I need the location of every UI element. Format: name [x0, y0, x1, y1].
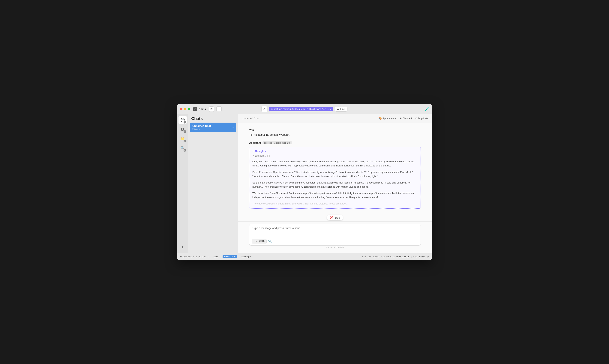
power-user-badge[interactable]: Power User: [223, 255, 237, 258]
sidebar-item-chat[interactable]: 💬 1: [178, 116, 187, 124]
settings-gear-button[interactable]: ⚙: [261, 106, 267, 112]
fullscreen-button[interactable]: [188, 108, 190, 110]
beaker-button[interactable]: 🧪: [425, 107, 429, 111]
app-version: LM Studio 0.3.9 (Build 6): [183, 256, 206, 258]
titlebar: □ Chats ⊡ + ⚙ lmstudio-community/DeepSee…: [177, 104, 432, 114]
close-button[interactable]: [180, 108, 183, 110]
model-badge: deepseek-r1-distill-qwen-14b: [263, 141, 292, 144]
appearance-label: Appearance: [383, 117, 396, 120]
chevron-down-icon: ▾: [252, 155, 254, 157]
model-selector[interactable]: lmstudio-community/DeepSeek-R1-Distill-Q…: [269, 107, 333, 111]
chat-item-name: Unnamed Chat: [192, 124, 211, 128]
chat-item-tokens: 0 tokens: [192, 128, 211, 130]
chats-title: Chats: [191, 116, 203, 121]
titlebar-center: ⚙ lmstudio-community/DeepSeek-R1-Distill…: [261, 106, 347, 112]
duplicate-button[interactable]: ⧉ Duplicate: [415, 117, 428, 120]
stop-icon: [330, 216, 333, 219]
model-dot: [271, 108, 273, 110]
sidebar: 💬 1 🖼 2 📁 3 🔍 4: [177, 114, 238, 253]
app-icon: □: [193, 107, 197, 111]
content-header-title: Unnamed Chat: [242, 117, 259, 120]
thoughts-header: ▾ Thoughts: [252, 150, 418, 153]
assistant-header: Assistant deepseek-r1-distill-qwen-14b: [249, 141, 421, 144]
clear-all-button[interactable]: ⊗ Clear All: [399, 117, 411, 120]
stop-label: Stop: [334, 216, 340, 219]
new-chat-button[interactable]: +: [216, 106, 222, 112]
thought-paragraph-3: So the main goal of OpenAI must be relat…: [252, 181, 418, 189]
thinking-spinner: [267, 155, 270, 157]
thoughts-chevron-icon[interactable]: ▾: [252, 150, 253, 153]
statusbar-app: ✦ LM Studio 0.3.9 (Build 6): [180, 255, 206, 258]
titlebar-actions: ⊡ +: [209, 106, 222, 112]
image-badge: 2: [184, 130, 186, 133]
role-button[interactable]: User (⌘U): [252, 239, 267, 244]
sidebar-inner: 💬 1 🖼 2 📁 3 🔍 4: [177, 114, 238, 253]
icon-rail: 💬 1 🖼 2 📁 3 🔍 4: [177, 114, 188, 253]
new-folder-button[interactable]: ⊡: [209, 106, 214, 112]
minimize-button[interactable]: [184, 108, 186, 110]
appearance-icon: 🎨: [379, 117, 382, 120]
search-badge: 4: [184, 149, 186, 152]
chat-item-more-button[interactable]: •••: [230, 126, 234, 129]
main-area: 💬 1 🖼 2 📁 3 🔍 4: [177, 114, 432, 253]
stop-button-area: Stop: [249, 213, 421, 221]
model-name-label: lmstudio-community/DeepSeek-R1-Distill-Q…: [274, 108, 329, 110]
ram-value: RAM: 9.25 GB: [396, 256, 410, 258]
model-chevron-icon: ▾: [330, 108, 331, 110]
sidebar-item-folder[interactable]: 📁 3: [178, 135, 187, 143]
sidebar-item-search[interactable]: 🔍 4: [178, 144, 187, 152]
chat-item-info: Unnamed Chat 0 tokens: [192, 124, 211, 130]
chat-list-header: Chats: [188, 114, 238, 123]
clear-all-label: Clear All: [403, 117, 411, 120]
folder-badge: 3: [184, 140, 186, 142]
download-button[interactable]: ⬇: [178, 243, 187, 251]
traffic-lights: [180, 108, 190, 110]
cpu-value: CPU: 2.40 %: [413, 256, 425, 258]
thinking-label: ▾ Thinking...: [252, 155, 418, 157]
thoughts-box: ▾ Thoughts ▾ Thinking... Okay, so I need…: [249, 147, 421, 209]
role-shortcut: (⌘U): [259, 240, 265, 243]
resource-divider: |: [411, 256, 412, 258]
user-message-content: Tell me about the company OpenAI: [249, 133, 421, 137]
eject-icon: ⏏: [337, 108, 339, 110]
thoughts-content: Okay, so I need to learn about this comp…: [252, 159, 418, 206]
role-label: User: [254, 240, 258, 243]
message-input[interactable]: [249, 224, 421, 237]
paperclip-icon: 📎: [268, 240, 272, 243]
content-area: Unnamed Chat 🎨 Appearance ⊗ Clear All ⧉ …: [238, 114, 432, 253]
thoughts-label: Thoughts: [255, 150, 266, 153]
app-window: □ Chats ⊡ + ⚙ lmstudio-community/DeepSee…: [177, 104, 432, 260]
app-name-area: □ Chats: [193, 107, 206, 111]
eject-button[interactable]: ⏏ Eject: [335, 107, 348, 112]
resource-usage-label: SYSTEM RESOURCES USAGE:: [362, 256, 395, 258]
statusbar: ✦ LM Studio 0.3.9 (Build 6) | User Power…: [177, 253, 432, 260]
content-header-actions: 🎨 Appearance ⊗ Clear All ⧉ Duplicate: [379, 117, 428, 120]
assistant-role-label: Assistant: [249, 141, 261, 144]
input-footer: User (⌘U) 📎: [249, 238, 421, 245]
clear-icon: ⊗: [399, 117, 402, 120]
titlebar-right: 🧪: [425, 107, 429, 111]
stop-button[interactable]: Stop: [327, 215, 343, 221]
statusbar-right: SYSTEM RESOURCES USAGE: RAM: 9.25 GB | C…: [362, 255, 429, 258]
attach-button[interactable]: 📎: [268, 240, 272, 243]
user-mode-badge[interactable]: User: [212, 255, 220, 258]
content-header: Unnamed Chat 🎨 Appearance ⊗ Clear All ⧉ …: [238, 114, 432, 123]
download-icon: ⬇: [181, 245, 184, 249]
appearance-button[interactable]: 🎨 Appearance: [379, 117, 396, 120]
chat-item-unnamed[interactable]: Unnamed Chat 0 tokens •••: [190, 123, 236, 132]
sidebar-item-image[interactable]: 🖼 2: [178, 125, 187, 133]
user-role-label: You: [249, 129, 421, 131]
thought-paragraph-1: Okay, so I need to learn about this comp…: [252, 159, 418, 168]
thought-paragraph-4: Wait, how does OpenAI operate? Are they …: [252, 191, 418, 199]
thought-paragraph-5: They developed GPT models, right? Like G…: [252, 202, 418, 206]
input-area: User (⌘U) 📎 Context is 0.0% full: [238, 221, 432, 253]
settings-icon[interactable]: ⚙: [426, 255, 429, 258]
thought-paragraph-2: First off, where did OpenAI come from? W…: [252, 170, 418, 178]
eject-label: Eject: [340, 108, 345, 110]
chat-list-panel: Chats Unnamed Chat 0 tokens •••: [188, 114, 238, 253]
developer-badge[interactable]: Developer: [240, 255, 253, 258]
chat-badge: 1: [184, 121, 186, 124]
app-title: Chats: [199, 108, 206, 111]
context-bar: Context is 0.0% full: [249, 246, 421, 250]
messages-area: You Tell me about the company OpenAI Ass…: [238, 123, 432, 221]
